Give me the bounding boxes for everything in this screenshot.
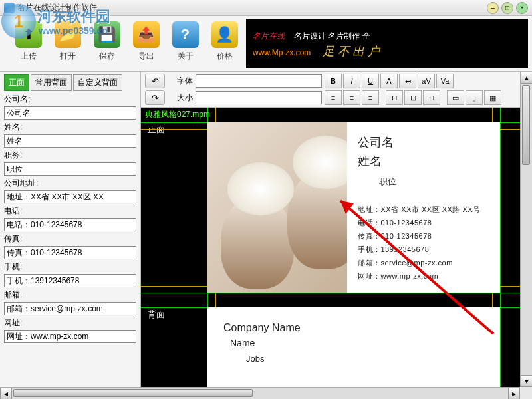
fax-label: 传真: [4,233,136,245]
front-side-label: 正面 [148,124,165,136]
job-input[interactable] [4,162,136,176]
minimize-button[interactable]: – [487,2,499,14]
arrow-left-button[interactable]: ↤ [399,74,416,88]
align-right-button[interactable]: ≡ [362,90,379,105]
close-button[interactable]: × [516,2,528,14]
price-button[interactable]: 👤价格 [207,21,242,62]
banner-ad: 名片在线名片设计 名片制作 全 www.Mp-zx.com足 不 出 户 [246,19,528,68]
card-image [207,122,347,293]
upload-button[interactable]: ⬆上传 [11,21,46,62]
mobile-label: 手机: [4,261,136,273]
align-center-button[interactable]: ≡ [343,90,360,105]
company-label: 公司名: [4,94,136,105]
distribute-v-button[interactable]: ▯ [466,90,483,105]
redo-button[interactable]: ↷ [145,90,165,105]
tel-label: 电话: [4,205,136,217]
underline-button[interactable]: U [362,74,379,88]
web-label: 网址: [4,317,136,329]
card-name: 姓名 [358,153,491,169]
mobile-input[interactable] [4,274,136,287]
company-input[interactable] [4,106,136,120]
maximize-button[interactable]: □ [501,2,513,14]
vertical-scrollbar[interactable]: ▴ ▾ [520,72,532,387]
italic-button[interactable]: I [343,74,360,88]
card-line: 手机：13912345678 [358,245,491,255]
tab-common-back[interactable]: 常用背面 [31,74,72,91]
size-input[interactable] [196,91,322,104]
valign-bot-button[interactable]: ⊔ [423,90,440,105]
export-button[interactable]: 📤导出 [128,21,164,62]
name-input[interactable] [4,134,136,148]
distribute-h-button[interactable]: ▭ [447,90,464,105]
scroll-left-button[interactable]: ◂ [0,388,12,399]
undo-button[interactable]: ↶ [145,74,165,88]
addr-label: 公司地址: [4,178,136,189]
valign-mid-button[interactable]: ⊟ [404,90,422,105]
left-panel: 正面 常用背面 自定义背面 公司名: 姓名: 职务: 公司地址: 电话: 传真:… [0,72,141,387]
card-line: 电话：010-12345678 [358,218,491,228]
font-input[interactable] [196,74,322,88]
card-line: 网址：www.mp-zx.com [358,271,491,281]
addr-input[interactable] [4,190,136,203]
back-company: Company Name [223,322,301,334]
horizontal-scrollbar[interactable]: ◂ ▸ [0,387,520,399]
back-name: Name [230,338,301,348]
card-company: 公司名 [358,134,491,150]
tab-custom-back[interactable]: 自定义背面 [73,74,122,91]
text-av-button[interactable]: aV [418,74,435,88]
size-label: 大小 [170,92,193,104]
window-title: 名片在线设计制作软件 [4,2,484,13]
grid-button[interactable]: ▦ [484,90,501,105]
mail-label: 邮箱: [4,289,136,301]
valign-top-button[interactable]: ⊓ [386,90,403,105]
font-label: 字体 [170,76,193,87]
align-left-button[interactable]: ≡ [325,90,342,105]
tel-input[interactable] [4,218,136,231]
app-icon [4,3,15,13]
text-va-button[interactable]: Va [436,74,454,88]
scroll-thumb-v[interactable] [522,85,530,165]
font-color-button[interactable]: A [380,74,398,88]
open-button[interactable]: 📂打开 [50,21,85,62]
back-job: Jobs [246,354,301,364]
template-filename: 典雅风格027.mpm [145,109,210,120]
fax-input[interactable] [4,246,136,259]
scroll-right-button[interactable]: ▸ [508,388,520,399]
tab-front[interactable]: 正面 [4,74,29,91]
mail-input[interactable] [4,302,136,315]
job-label: 职务: [4,150,136,161]
card-line: 地址：XX省 XX市 XX区 XX路 XX号 [358,205,491,215]
scroll-down-button[interactable]: ▾ [521,375,532,387]
card-job: 职位 [379,176,491,188]
card-line: 传真：010-12345678 [358,231,491,241]
about-button[interactable]: ?关于 [168,21,203,62]
name-label: 姓名: [4,122,136,133]
web-input[interactable] [4,330,136,343]
card-back[interactable]: Company Name Name Jobs [207,307,500,387]
canvas-area[interactable]: 典雅风格027.mpm 正面 背面 公司名 姓名 职位 [141,108,532,387]
scroll-up-button[interactable]: ▴ [521,72,532,84]
card-line: 邮箱：service@mp-zx.com [358,258,491,268]
save-button[interactable]: 💾保存 [89,21,124,62]
back-side-label: 背面 [148,309,165,321]
card-front[interactable]: 公司名 姓名 职位 地址：XX省 XX市 XX区 XX路 XX号 电话：010-… [207,122,500,293]
bold-button[interactable]: B [325,74,342,88]
scroll-thumb-h[interactable] [13,389,253,397]
